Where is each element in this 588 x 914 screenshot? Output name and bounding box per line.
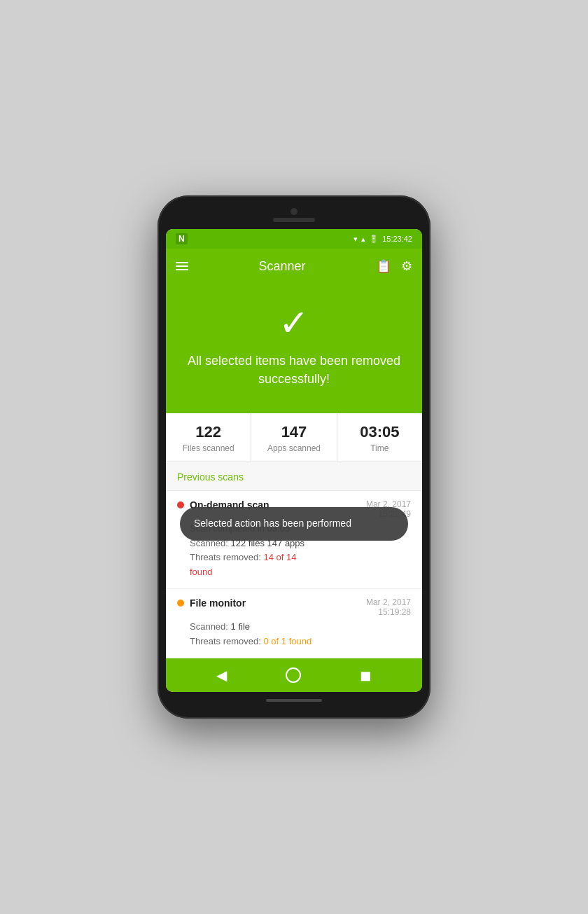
success-section: ✓ All selected items have been removed s… [166, 284, 422, 413]
scan-item-2-header: File monitor Mar 2, 2017 15:19:28 [177, 597, 411, 617]
scan-2-threats-val: 0 of 1 found [264, 636, 312, 646]
previous-scans-header: Previous scans [166, 462, 422, 491]
previous-scans-title: Previous scans [177, 471, 244, 483]
scan-1-found: found [190, 567, 213, 577]
list-icon[interactable]: 📋 [376, 258, 391, 274]
time-label: Time [343, 443, 416, 453]
scan-item-2-title-row: File monitor [177, 597, 246, 609]
app-logo: N [176, 233, 188, 244]
app-title: Scanner [258, 259, 305, 274]
recents-button[interactable]: ◼ [360, 667, 372, 684]
scan-status-dot-orange [177, 600, 184, 607]
settings-icon[interactable]: ⚙ [401, 258, 412, 274]
stat-time: 03:05 Time [337, 413, 422, 462]
scan-1-threats-val: 14 of 14 [264, 552, 297, 562]
status-bar: N ▾ ▴ 🔋 15:23:42 [166, 229, 422, 249]
signal-icon: ▴ [361, 235, 365, 244]
app-bar-icons: 📋 ⚙ [376, 258, 412, 274]
files-scanned-number: 122 [172, 423, 245, 441]
status-time: 15:23:42 [382, 235, 412, 243]
menu-button[interactable] [176, 262, 188, 270]
scan-item-2-name: File monitor [190, 597, 246, 609]
stat-apps: 147 Apps scanned [251, 413, 337, 462]
wifi-icon: ▾ [354, 235, 358, 244]
apps-scanned-number: 147 [257, 423, 330, 441]
status-right: ▾ ▴ 🔋 15:23:42 [354, 235, 412, 244]
success-message: All selected items have been removed suc… [180, 352, 408, 387]
phone-screen: N ▾ ▴ 🔋 15:23:42 Scanner 📋 ⚙ ✓ All selec… [166, 229, 422, 691]
toast-message: Selected action has been performed [180, 507, 408, 541]
scan-item-1[interactable]: On-demand scan Mar 2, 2017 15:22:49 Scan… [166, 491, 422, 589]
nav-bar: ◀ ◼ [166, 658, 422, 692]
apps-scanned-label: Apps scanned [257, 443, 330, 453]
stat-files: 122 Files scanned [166, 413, 251, 462]
battery-icon: 🔋 [369, 235, 379, 244]
status-left: N [176, 233, 188, 244]
scan-status-dot-red [177, 501, 184, 508]
phone-device: N ▾ ▴ 🔋 15:23:42 Scanner 📋 ⚙ ✓ All selec… [158, 195, 430, 718]
home-button[interactable] [286, 667, 301, 683]
scan-item-2-detail: Scanned: 1 file Threats removed: 0 of 1 … [190, 620, 411, 649]
scan-item-2[interactable]: File monitor Mar 2, 2017 15:19:28 Scanne… [166, 589, 422, 658]
app-bar: Scanner 📋 ⚙ [166, 249, 422, 284]
time-number: 03:05 [343, 423, 416, 441]
scan-item-2-date: Mar 2, 2017 15:19:28 [366, 597, 411, 617]
phone-camera [290, 208, 298, 215]
scan-2-scanned-val: 1 file [231, 621, 250, 632]
phone-speaker [273, 218, 315, 222]
phone-home-bar [266, 699, 322, 702]
stats-section: 122 Files scanned 147 Apps scanned 03:05… [166, 413, 422, 462]
files-scanned-label: Files scanned [172, 443, 245, 453]
back-button[interactable]: ◀ [216, 667, 227, 684]
checkmark-icon: ✓ [180, 305, 408, 341]
